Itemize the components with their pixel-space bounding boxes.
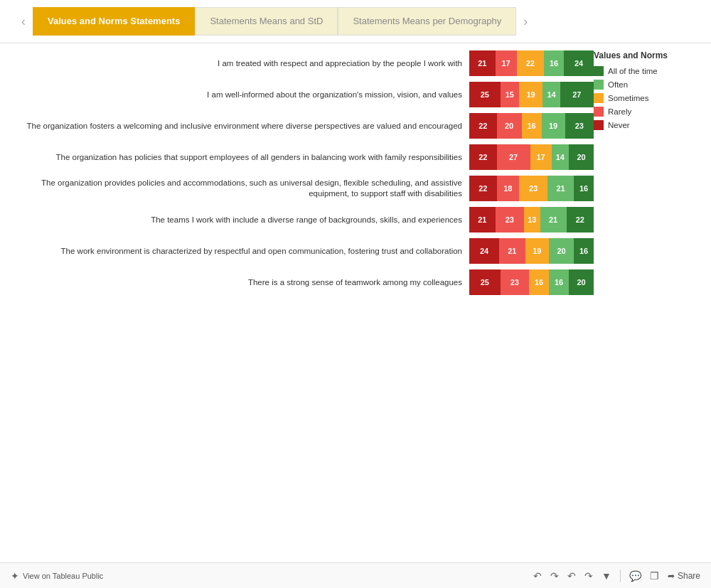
bar-segment[interactable]: 21 [499, 238, 525, 264]
chart-row: The organization fosters a welcoming and… [14, 113, 583, 139]
bar-segment[interactable]: 13 [524, 207, 540, 232]
chart-row: The teams I work with include a diverse … [14, 207, 583, 232]
bar-segment[interactable]: 19 [542, 113, 565, 139]
tab-statements-demography[interactable]: Statements Means per Demography [338, 7, 516, 36]
bar-segment[interactable]: 14 [552, 144, 570, 170]
row-label: There is a strong sense of teamwork amon… [14, 277, 469, 288]
bar-group: 2117221624 [469, 50, 594, 76]
row-label: The organization has policies that suppo… [14, 152, 469, 163]
bar-segment[interactable]: 23 [496, 207, 524, 232]
bar-group: 2123132122 [469, 207, 594, 232]
legend-title: Values and Norms [594, 50, 697, 60]
row-label: The teams I work with include a diverse … [14, 215, 469, 225]
legend-swatch [594, 93, 604, 103]
redo-icon[interactable]: ↷ [550, 570, 559, 582]
legend-item: Sometimes [594, 93, 697, 103]
bar-segment[interactable]: 22 [469, 176, 497, 201]
bar-group: 2218232116 [469, 176, 594, 201]
expand-icon[interactable]: ❐ [650, 570, 659, 582]
bar-group: 2421192016 [469, 238, 594, 264]
bar-segment[interactable]: 16 [529, 269, 549, 295]
bar-segment[interactable]: 16 [522, 113, 542, 139]
bar-segment[interactable]: 23 [519, 176, 547, 201]
share-button[interactable]: ➦ Share [668, 571, 700, 581]
row-label: The work environment is characterized by… [14, 246, 469, 257]
chart-row: I am treated with respect and appreciati… [14, 50, 583, 76]
share-label: Share [678, 571, 700, 581]
bar-segment[interactable]: 16 [549, 269, 569, 295]
bar-segment[interactable]: 17 [496, 50, 517, 76]
main-content: I am treated with respect and appreciati… [0, 50, 711, 301]
chart-row: The organization has policies that suppo… [14, 144, 583, 170]
legend-swatch [594, 107, 604, 117]
bar-group: 2220161923 [469, 113, 594, 139]
bar-segment[interactable]: 19 [519, 82, 542, 107]
bar-segment[interactable]: 20 [497, 113, 522, 139]
bar-segment[interactable]: 15 [501, 82, 519, 107]
row-label: The organization provides policies and a… [14, 178, 469, 199]
forward-dropdown-icon[interactable]: ▼ [602, 570, 611, 582]
tableau-label[interactable]: View on Tableau Public [23, 572, 103, 580]
legend-swatch [594, 80, 604, 90]
row-label: The organization fosters a welcoming and… [14, 121, 469, 132]
row-label: I am treated with respect and appreciati… [14, 58, 469, 69]
prev-arrow[interactable]: ‹ [14, 14, 33, 29]
legend-swatch [594, 66, 604, 76]
bar-segment[interactable]: 22 [469, 113, 497, 139]
bar-segment[interactable]: 24 [469, 238, 499, 264]
tab-values-norms[interactable]: Values and Norms Statements [33, 7, 195, 36]
bar-segment[interactable]: 14 [542, 82, 560, 107]
bar-group: 2227171420 [469, 144, 594, 170]
legend-item-label: Rarely [608, 107, 631, 116]
bar-segment[interactable]: 21 [547, 176, 574, 201]
comment-icon[interactable]: 💬 [629, 570, 641, 582]
chart-area: I am treated with respect and appreciati… [14, 50, 583, 301]
bar-segment[interactable]: 22 [517, 50, 545, 76]
legend-items: All of the timeOftenSometimesRarelyNever [594, 66, 697, 130]
bar-segment[interactable]: 21 [540, 207, 567, 232]
bottom-toolbar: ✦ View on Tableau Public ↶ ↷ ↶ ↷ ▼ 💬 ❐ ➦… [0, 562, 711, 588]
bar-segment[interactable]: 21 [469, 50, 496, 76]
bar-segment[interactable]: 19 [525, 238, 549, 264]
chart-row: The organization provides policies and a… [14, 176, 583, 201]
bar-group: 2515191427 [469, 82, 594, 107]
legend-item: Rarely [594, 107, 697, 117]
bar-segment[interactable]: 18 [497, 176, 520, 201]
bar-segment[interactable]: 16 [544, 50, 564, 76]
bar-segment[interactable]: 17 [530, 144, 552, 170]
bar-segment[interactable]: 20 [549, 238, 574, 264]
chart-row: I am well-informed about the organizatio… [14, 82, 583, 107]
back-icon[interactable]: ↶ [567, 570, 576, 582]
legend-item-label: Sometimes [608, 94, 649, 102]
forward-icon[interactable]: ↷ [584, 570, 593, 582]
bar-group: 2523161620 [469, 269, 594, 295]
legend-item: All of the time [594, 66, 697, 76]
share-icon: ➦ [668, 571, 675, 581]
bar-segment[interactable]: 22 [469, 144, 497, 170]
chart-row: The work environment is characterized by… [14, 238, 583, 264]
undo-icon[interactable]: ↶ [533, 570, 542, 582]
tableau-logo-icon: ✦ [11, 570, 19, 582]
tab-statements-means[interactable]: Statements Means and StD [195, 7, 338, 36]
toolbar-right: ↶ ↷ ↶ ↷ ▼ 💬 ❐ ➦ Share [533, 570, 700, 582]
bar-segment[interactable]: 25 [469, 82, 501, 107]
legend-item: Never [594, 120, 697, 130]
legend-swatch [594, 120, 604, 130]
bar-segment[interactable]: 21 [469, 207, 496, 232]
bar-segment[interactable]: 27 [497, 144, 530, 170]
legend-item-label: Never [608, 121, 630, 129]
row-label: I am well-informed about the organizatio… [14, 90, 469, 100]
next-arrow[interactable]: › [516, 14, 535, 29]
divider [620, 570, 621, 582]
toolbar-left: ✦ View on Tableau Public [11, 570, 103, 582]
chart-row: There is a strong sense of teamwork amon… [14, 269, 583, 295]
tabs-container: ‹ Values and Norms Statements Statements… [0, 0, 711, 43]
bar-segment[interactable]: 25 [469, 269, 501, 295]
legend-item: Often [594, 80, 697, 90]
legend-item-label: All of the time [608, 67, 658, 75]
legend-area: Values and Norms All of the timeOftenSom… [583, 50, 697, 301]
legend-item-label: Often [608, 80, 628, 89]
bar-segment[interactable]: 23 [501, 269, 529, 295]
